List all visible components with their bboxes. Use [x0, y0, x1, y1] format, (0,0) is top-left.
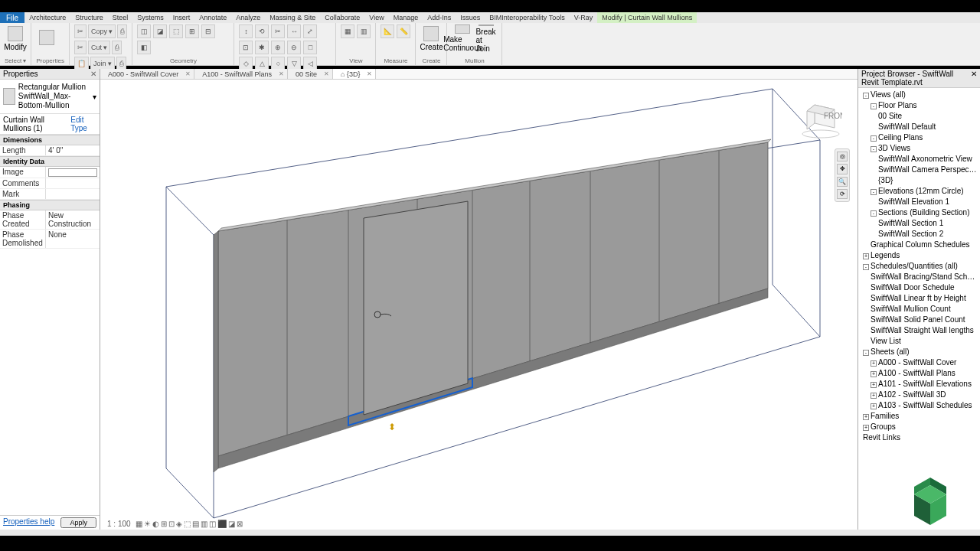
tree-item[interactable]: +A000 - SwiftWall Cover — [860, 357, 978, 368]
expand-icon[interactable]: + — [871, 393, 877, 399]
menu-massing-site[interactable]: Massing & Site — [265, 12, 320, 23]
chevron-down-icon[interactable]: ▾ — [93, 93, 96, 101]
menu-biminteroperability-tools[interactable]: BIMInteroperability Tools — [485, 12, 569, 23]
ribbon-button[interactable]: Modify — [5, 24, 26, 52]
menu-steel[interactable]: Steel — [108, 12, 133, 23]
viewcontrol-icon[interactable]: ⊡ — [168, 520, 175, 528]
expand-icon[interactable]: - — [863, 264, 869, 270]
menu-issues[interactable]: Issues — [456, 12, 485, 23]
viewcontrol-icon[interactable]: ◪ — [227, 520, 236, 528]
menu-architecture[interactable]: Architecture — [24, 12, 70, 23]
menu-analyze[interactable]: Analyze — [231, 12, 265, 23]
menu-collaborate[interactable]: Collaborate — [320, 12, 364, 23]
close-icon[interactable]: ✕ — [324, 70, 329, 77]
scale-label[interactable]: 1 : 100 — [106, 520, 132, 528]
apply-button[interactable]: Apply — [60, 517, 96, 528]
expand-icon[interactable]: - — [871, 210, 877, 217]
close-icon[interactable]: ✕ — [971, 70, 977, 86]
expand-icon[interactable]: - — [871, 103, 877, 109]
ribbon-button[interactable]: ⊕ — [271, 41, 285, 54]
viewcontrol-icon[interactable]: ⬚ — [183, 520, 191, 528]
file-menu[interactable]: File — [0, 12, 24, 23]
ribbon-button[interactable]: ◧ — [137, 41, 151, 54]
tree-item[interactable]: SwiftWall Bracing/Stand Schedule — [860, 272, 978, 282]
tree-item[interactable]: {3D} — [860, 175, 978, 186]
ribbon-button[interactable]: ✂ — [271, 24, 285, 38]
close-icon[interactable]: ✕ — [279, 70, 284, 77]
tree-item[interactable]: +A101 - SwiftWall Elevations — [860, 379, 978, 390]
tree-item[interactable]: SwiftWall Straight Wall lengths — [860, 325, 978, 336]
ribbon-button[interactable]: ◫ — [137, 24, 151, 38]
tree-item[interactable]: -Sheets (all) — [860, 347, 978, 357]
close-icon[interactable]: ✕ — [90, 70, 96, 78]
properties-help-link[interactable]: Properties help — [3, 517, 54, 528]
ribbon-button[interactable]: ◪ — [153, 24, 167, 38]
viewcontrol-icon[interactable]: ◐ — [152, 520, 160, 528]
ribbon-button[interactable]: 📐 — [381, 24, 394, 38]
menu-insert[interactable]: Insert — [168, 12, 195, 23]
close-icon[interactable]: ✕ — [185, 70, 191, 77]
expand-icon[interactable]: + — [863, 414, 869, 420]
expand-icon[interactable]: + — [863, 425, 869, 431]
ribbon-button[interactable]: ⬚ — [169, 24, 183, 38]
ribbon-button[interactable]: ▥ — [357, 24, 371, 38]
tree-item[interactable]: SwiftWall Default — [860, 122, 978, 132]
menu-annotate[interactable]: Annotate — [194, 12, 231, 23]
ribbon-button[interactable]: Copy ▾ — [88, 24, 116, 38]
expand-icon[interactable]: + — [863, 253, 869, 259]
expand-icon[interactable]: - — [871, 189, 877, 195]
tree-item[interactable]: SwiftWall Section 2 — [860, 229, 978, 240]
menu-add-ins[interactable]: Add-Ins — [423, 12, 456, 23]
pan-icon[interactable]: ✥ — [837, 164, 848, 174]
prop-category[interactable]: Phasing — [0, 200, 100, 210]
tree-item[interactable]: SwiftWall Elevation 1 — [860, 197, 978, 207]
tree-item[interactable]: SwiftWall Solid Panel Count — [860, 315, 978, 325]
edit-type-link[interactable]: Edit Type — [70, 116, 96, 132]
tree-item[interactable]: 00 Site — [860, 111, 978, 122]
tree-item[interactable]: +Legends — [860, 250, 978, 261]
ribbon-button[interactable]: ↕ — [239, 24, 253, 38]
doc-tab[interactable]: 00 Site✕ — [288, 69, 333, 79]
ribbon-button[interactable]: Break at Join — [475, 24, 497, 52]
zoom-icon[interactable]: 🔍 — [837, 177, 848, 187]
3d-viewport[interactable]: FRONT ◎ ✥ 🔍 ⟳ 1 : 100 ▦☀◐⊞⊡◈⬚▤▥◫⬛◪⊠ — [100, 80, 858, 530]
tree-item[interactable]: -3D Views — [860, 143, 978, 154]
viewcontrol-icon[interactable]: ⊠ — [236, 520, 243, 528]
tree-item[interactable]: -Views (all) — [860, 90, 978, 100]
expand-icon[interactable]: + — [871, 403, 877, 409]
3d-model[interactable] — [100, 80, 858, 530]
ribbon-button[interactable]: Make Continuous — [452, 24, 473, 52]
ribbon-button[interactable]: ⊡ — [239, 41, 253, 54]
ribbon-button[interactable]: Cut ▾ — [88, 41, 111, 54]
viewcontrol-icon[interactable]: ◈ — [175, 520, 183, 528]
doc-tab[interactable]: A100 - SwiftWall Plans✕ — [194, 69, 288, 79]
ribbon-button[interactable]: 📏 — [397, 24, 410, 38]
ribbon-button[interactable]: ✱ — [255, 41, 269, 54]
view-cube[interactable]: FRONT — [801, 99, 842, 140]
expand-icon[interactable]: - — [871, 146, 877, 152]
instance-filter[interactable]: Curtain Wall Mullions (1) — [3, 116, 70, 132]
doc-tab[interactable]: A000 - SwiftWall Cover✕ — [100, 69, 194, 79]
viewcontrol-icon[interactable]: ⬛ — [217, 520, 227, 528]
tree-item[interactable]: -Elevations (12mm Circle) — [860, 186, 978, 197]
menu-structure[interactable]: Structure — [70, 12, 108, 23]
ribbon-button[interactable]: ▦ — [341, 24, 354, 38]
tree-item[interactable]: SwiftWall Linear ft by Height — [860, 293, 978, 304]
navigation-bar[interactable]: ◎ ✥ 🔍 ⟳ — [835, 148, 850, 202]
tree-item[interactable]: +Groups — [860, 422, 978, 432]
tree-item[interactable]: Revit Links — [860, 432, 978, 443]
ribbon-button[interactable]: ⊖ — [287, 41, 301, 54]
tree-item[interactable]: SwiftWall Axonometric View — [860, 154, 978, 165]
menu-systems[interactable]: Systems — [132, 12, 168, 23]
menu-modify-curtain-wall-mullions[interactable]: Modify | Curtain Wall Mullions — [597, 12, 697, 23]
tree-item[interactable]: SwiftWall Mullion Count — [860, 304, 978, 315]
tree-item[interactable]: View List — [860, 336, 978, 347]
ribbon-button[interactable]: ✂ — [74, 41, 87, 54]
menu-view[interactable]: View — [364, 12, 388, 23]
expand-icon[interactable]: - — [863, 93, 869, 99]
doc-tab[interactable]: ⌂ {3D}✕ — [333, 69, 376, 79]
full-nav-wheel-icon[interactable]: ◎ — [837, 152, 848, 161]
tree-item[interactable]: +A102 - SwiftWall 3D — [860, 390, 978, 400]
tree-item[interactable]: +A100 - SwiftWall Plans — [860, 368, 978, 379]
ribbon-button[interactable] — [36, 24, 57, 52]
